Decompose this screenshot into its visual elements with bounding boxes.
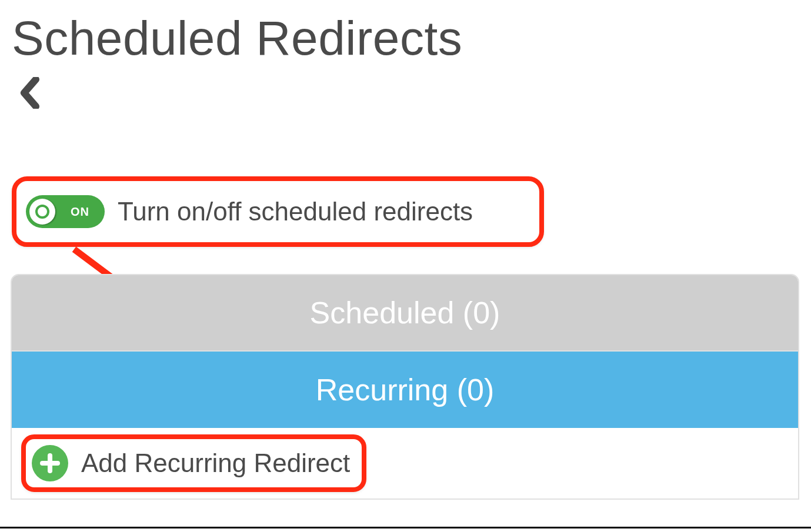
toggle-knob	[29, 199, 55, 225]
tab-recurring-count: (0)	[457, 372, 495, 407]
plus-circle-icon	[32, 445, 68, 481]
tab-scheduled-count: (0)	[463, 295, 500, 330]
tab-scheduled[interactable]: Scheduled (0)	[12, 275, 798, 352]
bottom-divider	[0, 527, 811, 528]
tab-recurring[interactable]: Recurring (0)	[12, 352, 798, 428]
tab-scheduled-label: Scheduled	[310, 295, 455, 330]
page-title: Scheduled Redirects	[12, 12, 799, 65]
toggle-state-label: ON	[71, 205, 89, 219]
add-button-label: Add Recurring Redirect	[81, 449, 350, 478]
tab-recurring-label: Recurring	[316, 372, 448, 407]
back-button[interactable]	[12, 75, 47, 111]
toggle-description: Turn on/off scheduled redirects	[118, 197, 473, 226]
toggle-callout: ON Turn on/off scheduled redirects	[12, 176, 544, 247]
add-row: Add Recurring Redirect	[12, 428, 798, 498]
add-recurring-redirect-button[interactable]: Add Recurring Redirect	[21, 434, 366, 492]
scheduled-redirects-toggle[interactable]: ON	[26, 195, 105, 228]
chevron-left-icon	[19, 77, 39, 109]
tabs-container: Scheduled (0) Recurring (0) Add Recurrin…	[11, 274, 799, 500]
